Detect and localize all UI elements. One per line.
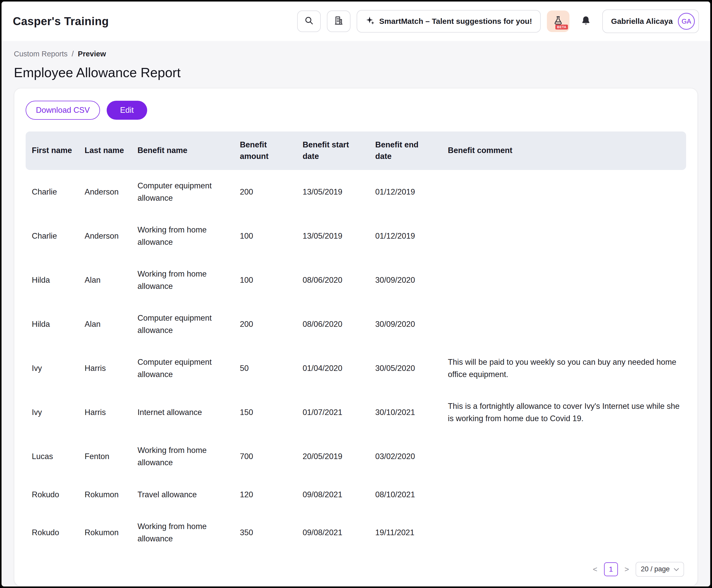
- column-header: Benefit amount: [234, 131, 296, 170]
- column-header: Benefit comment: [442, 131, 686, 170]
- table-cell: Working from home allowance: [131, 435, 234, 479]
- page-size-value: 20 / page: [641, 565, 670, 573]
- table-cell: Harris: [79, 391, 131, 435]
- table-row: LucasFentonWorking from home allowance70…: [26, 435, 686, 479]
- table-header-row: First nameLast nameBenefit nameBenefit a…: [26, 131, 686, 170]
- bell-icon: [581, 15, 591, 28]
- smartmatch-button[interactable]: SmartMatch – Talent suggestions for you!: [357, 10, 541, 33]
- breadcrumb-separator: /: [72, 50, 74, 58]
- table-cell: Computer equipment allowance: [131, 346, 234, 391]
- table-row: HildaAlanComputer equipment allowance200…: [26, 302, 686, 346]
- table-cell: Lucas: [26, 435, 79, 479]
- table-cell: 01/07/2021: [296, 391, 369, 435]
- sparkle-icon: [365, 16, 375, 27]
- table-row: IvyHarrisComputer equipment allowance500…: [26, 346, 686, 391]
- table-cell: 08/06/2020: [296, 258, 369, 302]
- brand-logo[interactable]: Casper's Training: [13, 15, 109, 28]
- table-cell: 200: [234, 302, 296, 346]
- notifications-button[interactable]: [575, 10, 596, 32]
- beta-flask-button[interactable]: BETA: [547, 10, 569, 32]
- table-cell: 13/05/2019: [296, 214, 369, 258]
- edit-button[interactable]: Edit: [107, 101, 147, 120]
- table-cell: [442, 479, 686, 510]
- table-cell: 20/05/2019: [296, 435, 369, 479]
- table-cell: 350: [234, 510, 296, 555]
- user-menu[interactable]: Gabriella Alicaya GA: [602, 9, 699, 33]
- table-cell: 30/09/2020: [369, 302, 442, 346]
- table-cell: Travel allowance: [131, 479, 234, 510]
- breadcrumb-custom-reports[interactable]: Custom Reports: [14, 50, 68, 58]
- column-header: Benefit name: [131, 131, 234, 170]
- table-cell: [442, 170, 686, 214]
- table-cell: 01/12/2019: [369, 170, 442, 214]
- search-icon: [304, 16, 314, 27]
- table-cell: Hilda: [26, 258, 79, 302]
- table-cell: 100: [234, 258, 296, 302]
- table-cell: 01/12/2019: [369, 214, 442, 258]
- column-header: First name: [26, 131, 79, 170]
- column-header: Last name: [79, 131, 131, 170]
- table-cell: 30/05/2020: [369, 346, 442, 391]
- download-csv-button[interactable]: Download CSV: [26, 101, 100, 120]
- column-header: Benefit end date: [369, 131, 442, 170]
- pagination: < 1 > 20 / page: [26, 562, 686, 577]
- table-cell: Hilda: [26, 302, 79, 346]
- table-cell: Rokudo: [26, 510, 79, 555]
- table-cell: Charlie: [26, 214, 79, 258]
- table-cell: Computer equipment allowance: [131, 170, 234, 214]
- table-cell: Rokudo: [26, 479, 79, 510]
- page-title: Employee Allowance Report: [14, 65, 698, 80]
- table-cell: 200: [234, 170, 296, 214]
- next-page-button[interactable]: >: [623, 564, 631, 575]
- user-name: Gabriella Alicaya: [611, 17, 673, 26]
- table-cell: Ivy: [26, 391, 79, 435]
- table-row: RokudoRokumonTravel allowance12009/08/20…: [26, 479, 686, 510]
- table-cell: [442, 258, 686, 302]
- table-cell: Ivy: [26, 346, 79, 391]
- table-cell: Anderson: [79, 170, 131, 214]
- table-cell: Working from home allowance: [131, 510, 234, 555]
- table-cell: Working from home allowance: [131, 258, 234, 302]
- header-actions: SmartMatch – Talent suggestions for you!…: [297, 9, 699, 33]
- table-row: CharlieAndersonComputer equipment allowa…: [26, 170, 686, 214]
- table-row: RokudoRokumonWorking from home allowance…: [26, 510, 686, 555]
- table-cell: Rokumon: [79, 510, 131, 555]
- table-cell: 30/09/2020: [369, 258, 442, 302]
- table-cell: Charlie: [26, 170, 79, 214]
- table-cell: [442, 435, 686, 479]
- table-cell: 09/08/2021: [296, 510, 369, 555]
- table-cell: 13/05/2019: [296, 170, 369, 214]
- table-row: IvyHarrisInternet allowance15001/07/2021…: [26, 391, 686, 435]
- table-cell: 09/08/2021: [296, 479, 369, 510]
- organisation-button[interactable]: [327, 10, 351, 32]
- table-cell: 01/04/2020: [296, 346, 369, 391]
- table-cell: 30/10/2021: [369, 391, 442, 435]
- table-cell: This is a fortnightly allowance to cover…: [442, 391, 686, 435]
- table-row: HildaAlanWorking from home allowance1000…: [26, 258, 686, 302]
- table-cell: Alan: [79, 258, 131, 302]
- beta-badge: BETA: [556, 25, 568, 29]
- table-row: CharlieAndersonWorking from home allowan…: [26, 214, 686, 258]
- prev-page-button[interactable]: <: [591, 564, 600, 575]
- table-cell: Rokumon: [79, 479, 131, 510]
- table-cell: [442, 302, 686, 346]
- breadcrumb-preview: Preview: [78, 50, 106, 58]
- page-1-button[interactable]: 1: [604, 562, 618, 576]
- table-cell: Anderson: [79, 214, 131, 258]
- column-header: Benefit start date: [296, 131, 369, 170]
- table-cell: Working from home allowance: [131, 214, 234, 258]
- search-button[interactable]: [297, 10, 321, 32]
- table-cell: 700: [234, 435, 296, 479]
- table-cell: Alan: [79, 302, 131, 346]
- table-cell: 03/02/2020: [369, 435, 442, 479]
- report-actions: Download CSV Edit: [26, 101, 686, 120]
- table-cell: 100: [234, 214, 296, 258]
- table-cell: Internet allowance: [131, 391, 234, 435]
- table-cell: 19/11/2021: [369, 510, 442, 555]
- table-cell: Harris: [79, 346, 131, 391]
- page-size-select[interactable]: 20 / page: [635, 562, 684, 577]
- smartmatch-label: SmartMatch – Talent suggestions for you!: [379, 17, 532, 26]
- table-cell: 120: [234, 479, 296, 510]
- table-cell: 08/06/2020: [296, 302, 369, 346]
- report-card: Download CSV Edit First nameLast nameBen…: [14, 88, 698, 586]
